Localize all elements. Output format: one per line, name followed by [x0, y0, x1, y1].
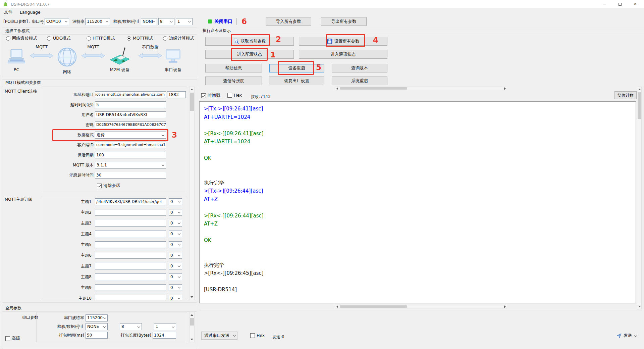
global-baud-label: 串口波特率 — [41, 314, 84, 321]
factory-reset-button[interactable]: 恢复出厂设置 — [269, 77, 324, 85]
enter-comm-button[interactable]: 进入通讯状态 — [299, 50, 387, 59]
topic-qos-select[interactable]: 0 — [169, 252, 182, 259]
scroll-down-icon[interactable] — [190, 337, 194, 342]
msg-timeout-input[interactable]: 30 — [95, 172, 166, 179]
radio-mode-1[interactable]: UDC模式 — [47, 36, 71, 41]
mqtt-client-label: MQTT Client连接 — [5, 88, 37, 95]
topic-qos-select[interactable]: 0 — [169, 231, 182, 237]
topic-qos-select[interactable]: 0 — [169, 284, 182, 291]
topic-qos-select[interactable]: 0 — [169, 273, 182, 280]
help-button[interactable]: 帮助信息 — [205, 64, 262, 72]
topic-input[interactable] — [95, 263, 166, 269]
topic-qos-select[interactable]: 0 — [169, 198, 182, 205]
advanced-checkbox[interactable]: 高级 — [5, 336, 20, 341]
radio-mode-0[interactable]: 网络透传模式 — [6, 36, 37, 41]
minimize-icon — [603, 4, 606, 4]
pack-len-label: 打包长度(Bytes) — [117, 332, 151, 339]
topic-label: 主题6 — [54, 252, 92, 259]
global-parity-select[interactable]: NONE — [86, 323, 108, 330]
recv-hex-checkbox[interactable]: Hex — [227, 93, 242, 98]
chevron-down-icon — [170, 20, 173, 22]
minimize-button[interactable] — [597, 0, 612, 8]
mqtt-panel-scrollbar[interactable] — [189, 87, 195, 300]
com-port-select[interactable]: COM10 — [45, 18, 69, 25]
data-format-select[interactable]: 透传 — [95, 132, 166, 139]
topic-qos-select[interactable]: 0 — [169, 295, 182, 300]
scroll-up-icon[interactable] — [190, 87, 194, 92]
export-params-button[interactable]: 导出所有参数 — [321, 17, 367, 26]
send-via-serial-select[interactable]: 通过串口发送 — [201, 332, 237, 340]
radio-mode-2[interactable]: HTTPD模式 — [87, 36, 115, 41]
scroll-up-icon[interactable] — [637, 87, 642, 92]
query-signal-button[interactable]: 查信号强度 — [205, 77, 262, 85]
log-bottom-scrollbar[interactable] — [335, 305, 507, 308]
global-stopbits-select[interactable]: 1 — [154, 323, 176, 330]
topic-input[interactable] — [95, 295, 166, 300]
annotation-number-6: 6 — [241, 17, 247, 26]
password-input[interactable]: D025D767654679BE0FB1AC08267C7 — [95, 121, 166, 128]
query-version-button[interactable]: 查询版本 — [332, 64, 387, 72]
topic-input[interactable]: /i4u4VIKvRXf/USR-DR514/user/get — [95, 198, 166, 205]
port-input[interactable]: 1883 — [167, 91, 186, 98]
close-port-button[interactable]: 关闭串口 — [208, 18, 232, 24]
topic-qos-select[interactable]: 0 — [169, 263, 182, 269]
pack-len-input[interactable]: 1024 — [153, 332, 176, 339]
scroll-up-icon[interactable] — [190, 312, 194, 317]
radio-mode-3[interactable]: MQTT模式 — [127, 36, 153, 41]
maximize-button[interactable] — [612, 0, 628, 8]
pack-time-input[interactable]: 50 — [86, 332, 108, 339]
log-top-scrollbar[interactable] — [335, 87, 507, 90]
topic-input[interactable] — [95, 231, 166, 237]
scrollbar-thumb[interactable] — [340, 305, 407, 308]
enter-config-button[interactable]: 进入配置状态 — [205, 50, 294, 59]
send-hex-checkbox[interactable]: Hex — [250, 333, 265, 338]
scroll-left-icon[interactable] — [335, 305, 339, 308]
send-button[interactable]: 发送 — [612, 332, 641, 340]
topic-qos-select[interactable]: 0 — [169, 241, 182, 248]
stopbits-select[interactable]: 1 — [176, 18, 193, 25]
username-input[interactable]: USR-DR514&i4u4VIKvRXf — [95, 111, 166, 118]
scroll-left-icon[interactable] — [335, 87, 339, 90]
close-button[interactable]: ✕ — [628, 0, 643, 8]
databits-select[interactable]: 8 — [158, 18, 174, 25]
log-output[interactable]: >[Tx->][09:26:41][asc]AT+UARTFL=1024 >[R… — [199, 101, 636, 303]
log-vertical-scrollbar[interactable] — [637, 87, 642, 309]
scroll-down-icon[interactable] — [637, 304, 642, 309]
topic-input[interactable] — [95, 209, 166, 216]
global-baud-select[interactable]: 115200 — [86, 314, 108, 321]
keepalive-input[interactable]: 100 — [95, 152, 166, 158]
topic-input[interactable] — [95, 284, 166, 291]
address-input[interactable]: i.iot-as-mqtt.cn-shanghai.aliyuncs.com — [95, 91, 166, 98]
topic-input[interactable] — [95, 273, 166, 280]
scrollbar-thumb[interactable] — [340, 87, 407, 90]
topic-input[interactable] — [95, 241, 166, 248]
topics-section-label: MQTT主题订阅 — [5, 196, 32, 203]
parity-select[interactable]: NONI — [141, 18, 157, 25]
topic-input[interactable] — [95, 220, 166, 227]
client-id-input[interactable]: curemode=3,signmethod=hmacsha1| — [95, 142, 166, 148]
scroll-down-icon[interactable] — [190, 295, 194, 300]
scroll-right-icon[interactable] — [503, 305, 507, 308]
scrollbar-thumb[interactable] — [190, 93, 194, 111]
menu-file[interactable]: 文件 — [4, 9, 12, 15]
menu-language[interactable]: Language — [20, 10, 41, 15]
clean-session-checkbox[interactable]: 清除会话 — [97, 183, 120, 189]
global-panel-scrollbar[interactable] — [189, 312, 195, 342]
global-databits-select[interactable]: 8 — [120, 323, 142, 330]
import-params-button[interactable]: 导入所有参数 — [266, 17, 311, 26]
timeout-input[interactable]: 5 — [95, 101, 166, 108]
mqtt-version-select[interactable]: 3.1.1 — [95, 162, 166, 169]
radio-mode-4[interactable]: 边缘计算模式 — [163, 36, 194, 41]
scrollbar-thumb[interactable] — [638, 92, 641, 119]
reset-counter-button[interactable]: 复位计数 — [614, 91, 637, 99]
timestamp-checkbox[interactable]: 时间戳 — [201, 93, 220, 98]
username-label: 用户名 — [47, 111, 94, 118]
system-restart-button[interactable]: 系统重启 — [332, 77, 387, 85]
topic-qos-select[interactable]: 0 — [169, 209, 182, 216]
topic-input[interactable] — [95, 252, 166, 259]
scrollbar-thumb[interactable] — [190, 318, 194, 326]
scroll-right-icon[interactable] — [503, 87, 507, 90]
topic-qos-select[interactable]: 0 — [169, 220, 182, 227]
annotation-number-2: 2 — [276, 35, 281, 44]
baud-select[interactable]: 115200 — [85, 18, 110, 25]
